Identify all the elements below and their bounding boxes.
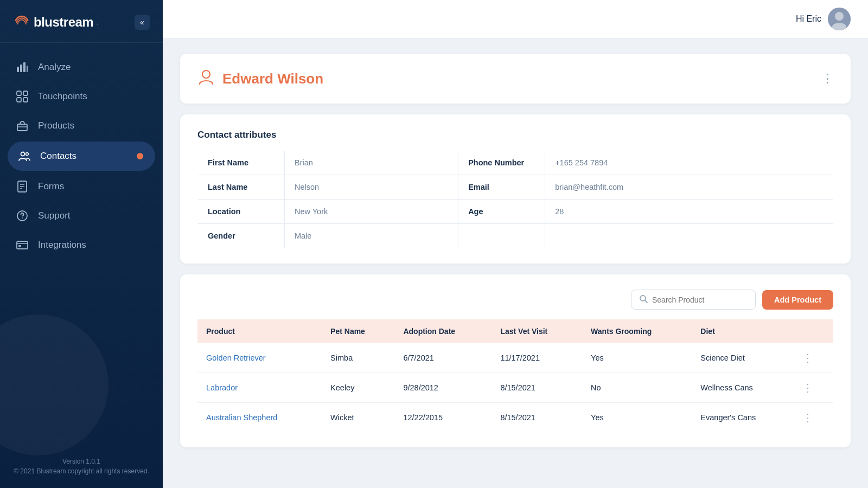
field-label-firstname: First Name <box>198 151 285 175</box>
svg-line-26 <box>645 300 647 303</box>
add-product-button[interactable]: Add Product <box>762 290 833 310</box>
table-row: Golden Retriever Simba 6/7/2021 11/17/20… <box>197 343 833 373</box>
sidebar-item-label-products: Products <box>38 120 74 131</box>
field-label-age: Age <box>458 200 545 224</box>
cell-diet: Evanger's Cans <box>692 403 794 433</box>
field-label-lastname: Last Name <box>198 175 285 200</box>
sidebar-nav: Analyze Touchpoints <box>0 43 163 449</box>
cell-petname: Simba <box>322 343 394 373</box>
svg-point-17 <box>22 217 23 219</box>
table-row: Gender Male <box>198 224 833 248</box>
touchpoints-icon <box>15 89 29 104</box>
avatar <box>828 8 851 30</box>
cell-lastvet: 11/17/2021 <box>492 343 582 373</box>
sidebar-item-label-contacts: Contacts <box>40 151 76 162</box>
sidebar-item-products[interactable]: Products <box>0 111 163 140</box>
col-diet: Diet <box>692 319 794 343</box>
field-value-email: brian@heathfit.com <box>545 175 833 200</box>
sidebar-item-label-support: Support <box>38 210 71 221</box>
svg-rect-20 <box>18 245 21 247</box>
sidebar-item-forms[interactable]: Forms <box>0 172 163 201</box>
svg-rect-0 <box>17 67 19 72</box>
sidebar-item-label-integrations: Integrations <box>38 240 86 251</box>
cell-rowmenu: ⋮ <box>794 403 833 433</box>
cell-diet: Wellness Cans <box>692 373 794 403</box>
row-menu-button[interactable]: ⋮ <box>802 382 813 394</box>
field-empty-2 <box>545 224 833 248</box>
product-link[interactable]: Golden Retriever <box>206 354 266 362</box>
cell-product: Labrador <box>197 373 322 403</box>
field-value-age: 28 <box>545 200 833 224</box>
cell-lastvet: 8/15/2021 <box>492 373 582 403</box>
table-row: Last Name Nelson Email brian@heathfit.co… <box>198 175 833 200</box>
user-greeting: Hi Eric <box>796 8 851 30</box>
greeting-text: Hi Eric <box>796 14 821 24</box>
table-row: Labrador Keeley 9/28/2012 8/15/2021 No W… <box>197 373 833 403</box>
product-link[interactable]: Labrador <box>206 383 238 392</box>
cell-adoption: 12/22/2015 <box>394 403 492 433</box>
field-label-location: Location <box>198 200 285 224</box>
table-row: Location New York Age 28 <box>198 200 833 224</box>
col-grooming: Wants Grooming <box>582 319 692 343</box>
content-area: Edward Wilson ⋮ Contact attributes First… <box>163 38 868 488</box>
products-card: Add Product Product Pet Name Adoption Da… <box>180 274 851 447</box>
svg-rect-6 <box>17 98 21 102</box>
cell-product: Australian Shepherd <box>197 403 322 433</box>
field-empty-1 <box>458 224 545 248</box>
cell-grooming: Yes <box>582 343 692 373</box>
search-input[interactable] <box>652 296 748 304</box>
sidebar-item-touchpoints[interactable]: Touchpoints <box>0 82 163 111</box>
row-menu-button[interactable]: ⋮ <box>802 352 813 364</box>
field-value-lastname: Nelson <box>285 175 458 200</box>
cell-petname: Keeley <box>322 373 394 403</box>
contact-attributes-card: Contact attributes First Name Brian Phon… <box>180 114 851 264</box>
sidebar-footer: Version 1.0.1 © 2021 Blustream copyright… <box>0 449 163 488</box>
products-table: Product Pet Name Adoption Date Last Vet … <box>197 319 833 432</box>
svg-point-11 <box>26 153 29 156</box>
cell-product: Golden Retriever <box>197 343 322 373</box>
svg-rect-4 <box>17 91 21 95</box>
col-adoption: Adoption Date <box>394 319 492 343</box>
sidebar-item-label-forms: Forms <box>38 181 64 192</box>
sidebar-item-analyze[interactable]: Analyze <box>0 53 163 82</box>
sidebar-item-integrations[interactable]: Integrations <box>0 230 163 260</box>
sidebar-item-contacts[interactable]: Contacts <box>8 142 155 171</box>
contact-attributes-table: First Name Brian Phone Number +165 254 7… <box>197 150 833 248</box>
svg-rect-7 <box>23 98 28 102</box>
products-table-header: Product Pet Name Adoption Date Last Vet … <box>197 319 833 343</box>
cell-grooming: No <box>582 373 692 403</box>
contact-attributes-title: Contact attributes <box>197 130 833 140</box>
sidebar-item-support[interactable]: Support <box>0 201 163 230</box>
sidebar-collapse-button[interactable]: « <box>135 15 150 30</box>
product-link[interactable]: Australian Shepherd <box>206 413 277 422</box>
products-table-body: Golden Retriever Simba 6/7/2021 11/17/20… <box>197 343 833 432</box>
profile-name: Edward Wilson <box>222 70 323 87</box>
svg-point-22 <box>835 12 844 21</box>
row-menu-button[interactable]: ⋮ <box>802 412 813 423</box>
analyze-icon <box>15 60 29 74</box>
field-value-phone: +165 254 7894 <box>545 151 833 175</box>
sidebar-logo: blustream . « <box>0 0 163 43</box>
cell-rowmenu: ⋮ <box>794 373 833 403</box>
logo-text: blustream <box>34 15 93 30</box>
field-label-gender: Gender <box>198 224 285 248</box>
col-petname: Pet Name <box>322 319 394 343</box>
sidebar-item-label-analyze: Analyze <box>38 62 71 73</box>
cell-rowmenu: ⋮ <box>794 343 833 373</box>
profile-menu-button[interactable]: ⋮ <box>821 72 833 86</box>
svg-rect-1 <box>20 65 22 72</box>
table-row: Australian Shepherd Wicket 12/22/2015 8/… <box>197 403 833 433</box>
profile-header: Edward Wilson ⋮ <box>197 69 833 88</box>
svg-point-10 <box>21 152 25 156</box>
person-icon <box>197 69 215 88</box>
cell-diet: Science Diet <box>692 343 794 373</box>
search-icon <box>639 294 648 305</box>
col-product: Product <box>197 319 322 343</box>
col-lastvet: Last Vet Visit <box>492 319 582 343</box>
contacts-icon <box>17 149 31 163</box>
contacts-badge <box>137 153 143 159</box>
field-label-phone: Phone Number <box>458 151 545 175</box>
cell-petname: Wicket <box>322 403 394 433</box>
copyright-text: © 2021 Blustream copyright all rights re… <box>13 467 150 475</box>
products-toolbar: Add Product <box>197 290 833 310</box>
